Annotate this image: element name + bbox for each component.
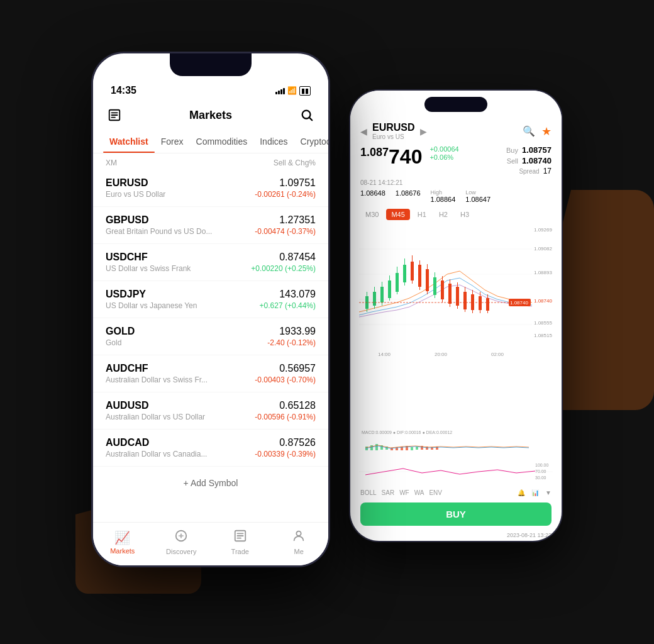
add-symbol-button[interactable]: + Add Symbol — [93, 467, 328, 499]
chart-symbol-desc: Euro vs US — [372, 133, 415, 140]
bottom-nav: 📈 Markets Discovery — [93, 522, 328, 565]
signal-bars-icon — [275, 87, 285, 94]
tf-h1[interactable]: H1 — [413, 209, 431, 220]
buy-value: 1.08757 — [522, 145, 551, 155]
bell-icon[interactable]: 🔔 — [518, 489, 525, 496]
rsi-area: 100.00 70.00 30.00 — [355, 459, 557, 484]
ind-boll[interactable]: BOLL — [360, 489, 377, 496]
ohlc-row: 1.08648 1.08676 High 1.08864 Low 1.08647 — [350, 187, 562, 205]
market-list: EURUSD Euro vs US Dollar 1.09751 -0.0026… — [93, 170, 328, 565]
chart-area: 1.09269 1.09082 1.08893 1.08740 1.08555 … — [355, 224, 557, 428]
svg-text:1.09269: 1.09269 — [534, 227, 552, 233]
svg-text:02:00: 02:00 — [491, 352, 504, 357]
ohlc-high: High 1.08864 — [431, 189, 456, 203]
nav-me[interactable]: Me — [280, 529, 318, 555]
svg-text:20:00: 20:00 — [435, 352, 448, 357]
tab-crypto[interactable]: Cryptocurr... — [294, 131, 328, 153]
tab-forex[interactable]: Forex — [155, 131, 190, 153]
price-display: 1.087740 +0.00064 +0.06% Buy 1.08757 Sel… — [350, 143, 562, 178]
market-tabs: Watchlist Forex Commodities Indices Cryp… — [93, 131, 328, 153]
chart-star-icon[interactable]: ★ — [541, 125, 551, 138]
indicator-tabs: BOLL SAR WF WA ENV 🔔 📊 ▼ — [350, 487, 562, 499]
svg-text:MACD:0.00009 ● DIF:0.00016 ● D: MACD:0.00009 ● DIF:0.00016 ● DEA:0.00012 — [362, 430, 452, 435]
tf-h2[interactable]: H2 — [434, 209, 453, 220]
search-icon-button[interactable] — [298, 106, 316, 124]
svg-text:14:00: 14:00 — [378, 352, 391, 357]
nav-trade[interactable]: Trade — [221, 529, 259, 555]
discovery-icon — [174, 529, 188, 546]
table-header: XM Sell & Chg% — [93, 153, 328, 170]
prev-symbol-arrow[interactable]: ◀ — [360, 126, 367, 136]
tf-m45[interactable]: M45 — [386, 209, 409, 220]
ohlc-open: 1.08648 — [360, 189, 385, 203]
phone-back: ◀ EURUSD Euro vs US ▶ 🔍 ★ 1.087740 — [349, 89, 563, 542]
trade-nav-label: Trade — [231, 548, 249, 555]
candlestick-chart: 1.09269 1.09082 1.08893 1.08740 1.08555 … — [355, 224, 557, 362]
chart-action-icons: 🔔 📊 ▼ — [518, 489, 551, 496]
price-change-pct: +0.06% — [430, 153, 458, 161]
nav-discovery[interactable]: Discovery — [162, 529, 200, 555]
chart-symbol-info: EURUSD Euro vs US — [372, 122, 415, 140]
tf-h3[interactable]: H3 — [455, 209, 474, 220]
price-change-abs: +0.00064 — [430, 145, 458, 153]
tf-m30[interactable]: M30 — [360, 209, 384, 220]
chart-timestamp: 08-21 14:12:21 — [350, 178, 562, 187]
edit-icon-button[interactable] — [106, 106, 123, 124]
ind-wa[interactable]: WA — [414, 489, 424, 496]
ohlc-close: 1.08676 — [396, 189, 421, 203]
table-header-right: Sell & Chg% — [274, 158, 316, 167]
sell-row: Sell 1.08740 — [507, 156, 551, 165]
timeframe-tabs: M30 M45 H1 H2 H3 — [350, 205, 562, 224]
next-symbol-arrow[interactable]: ▶ — [420, 126, 427, 136]
svg-point-82 — [297, 531, 301, 536]
chart-symbol-nav: ◀ EURUSD Euro vs US ▶ — [360, 122, 427, 140]
me-icon — [292, 529, 306, 546]
chart-header-actions: 🔍 ★ — [523, 125, 551, 138]
status-bar: 14:35 📶 ▮▮ — [93, 76, 328, 101]
market-row[interactable]: GOLD Gold 1933.99 -2.40 (-0.12%) — [93, 318, 328, 355]
status-time: 14:35 — [111, 85, 136, 96]
table-header-left: XM — [106, 158, 117, 167]
market-row[interactable]: USDCHF US Dollar vs Swiss Frank 0.87454 … — [93, 244, 328, 281]
bar-chart-icon[interactable]: 📊 — [531, 489, 539, 496]
market-row[interactable]: EURUSD Euro vs US Dollar 1.09751 -0.0026… — [93, 170, 328, 207]
ind-wf[interactable]: WF — [399, 489, 409, 496]
chart-phone-content: ◀ EURUSD Euro vs US ▶ 🔍 ★ 1.087740 — [350, 91, 562, 541]
svg-text:1.09082: 1.09082 — [534, 246, 552, 252]
chart-search-icon[interactable]: 🔍 — [523, 125, 535, 137]
spread-row: Spread 17 — [519, 167, 551, 175]
svg-text:30.00: 30.00 — [535, 475, 546, 480]
market-row[interactable]: USDJPY US Dollar vs Japanese Yen 143.079… — [93, 281, 328, 318]
sell-label: Sell — [507, 157, 518, 165]
market-row[interactable]: GBPUSD Great Britain Pound vs US Do... 1… — [93, 207, 328, 244]
ind-env[interactable]: ENV — [429, 489, 442, 496]
tab-indices[interactable]: Indices — [253, 131, 294, 153]
ind-sar[interactable]: SAR — [382, 489, 395, 496]
page-title: Markets — [189, 109, 232, 122]
nav-markets[interactable]: 📈 Markets — [104, 530, 141, 555]
market-row[interactable]: AUDCAD Australian Dollar vs Canadia... 0… — [93, 430, 328, 467]
market-row[interactable]: AUDCHF Australian Dollar vs Swiss Fr... … — [93, 355, 328, 392]
expand-icon[interactable]: ▼ — [545, 489, 551, 496]
svg-text:70.00: 70.00 — [535, 469, 546, 474]
phone-front-inner: 14:35 📶 ▮▮ — [93, 53, 328, 565]
ohlc-low: Low 1.08647 — [465, 189, 490, 203]
market-row[interactable]: AUDUSD Australian Dollar vs US Dollar 0.… — [93, 392, 328, 430]
sell-value: 1.08740 — [522, 156, 551, 165]
tab-watchlist[interactable]: Watchlist — [103, 131, 155, 153]
discovery-nav-label: Discovery — [166, 548, 196, 555]
app-header: Markets — [93, 101, 328, 131]
markets-nav-label: Markets — [110, 547, 135, 555]
spread-label: Spread — [519, 168, 539, 175]
svg-marker-77 — [178, 533, 185, 538]
buy-sell-box: Buy 1.08757 Sell 1.08740 Spread 17 — [506, 145, 551, 175]
tab-commodities[interactable]: Commodities — [190, 131, 254, 153]
big-price: 1.087740 — [360, 145, 422, 169]
battery-icon: ▮▮ — [299, 86, 311, 96]
buy-button[interactable]: BUY — [360, 502, 551, 526]
svg-rect-60 — [411, 447, 413, 450]
back-phone-notch — [424, 97, 487, 112]
me-nav-label: Me — [294, 548, 304, 555]
phone-front: 14:35 📶 ▮▮ — [91, 52, 330, 567]
chart-symbol-name: EURUSD — [372, 122, 415, 133]
